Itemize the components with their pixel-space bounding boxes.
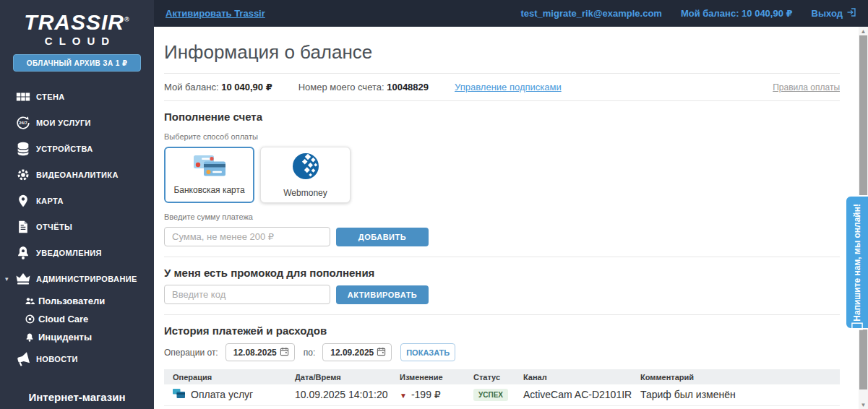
add-button[interactable]: ДОБАВИТЬ: [336, 228, 429, 246]
col-datetime: Дата/Время: [286, 369, 391, 384]
promo-row: АКТИВИРОВАТЬ: [164, 285, 840, 304]
col-comment: Комментарий: [632, 369, 840, 384]
date-to-input[interactable]: 12.09.2025: [322, 343, 392, 361]
table-row: Оплата услуг 10.09.2025 11:32:14 ▼-149 ₽…: [164, 405, 840, 409]
payment-operation-icon: [173, 389, 185, 400]
devices-icon: [14, 140, 32, 158]
topbar: Активировать Trassir test_migrate_rik@ex…: [154, 0, 868, 27]
sidebar-nav: СТЕНА 24/7 МОИ УСЛУГИ УСТРОЙСТВА ВИДЕОАН…: [0, 84, 154, 372]
sidebar-item-wall[interactable]: СТЕНА: [0, 84, 154, 110]
payment-method-webmoney[interactable]: Webmoney: [260, 147, 351, 203]
col-operation: Операция: [164, 369, 286, 384]
table-header-row: Операция Дата/Время Изменение Статус Кан…: [164, 369, 840, 384]
services-24-7-icon: 24/7: [14, 114, 32, 132]
map-pin-icon: [14, 192, 32, 210]
user-email: test_migrate_rik@example.com: [520, 8, 662, 19]
manage-subscriptions-link[interactable]: Управление подписками: [455, 82, 562, 92]
sidebar-item-video-analytics[interactable]: ВИДЕОАНАЛИТИКА: [0, 162, 154, 188]
activate-promo-button[interactable]: АКТИВИРОВАТЬ: [336, 285, 429, 304]
sidebar-item-notifications[interactable]: УВЕДОМЛЕНИЯ: [0, 240, 154, 266]
administration-submenu: Пользователи Cloud Care Инциденты: [0, 292, 154, 346]
reports-icon: [14, 218, 32, 236]
promo-heading: У меня есть промокод для пополнения: [164, 267, 840, 279]
chevron-down-icon: ▾: [5, 275, 9, 283]
internet-shop-link[interactable]: Интернет-магазин: [0, 391, 154, 403]
status-badge: УСПЕХ: [473, 389, 508, 401]
sidebar-item-reports[interactable]: ОТЧЁТЫ: [0, 214, 154, 240]
logout-icon: [846, 7, 856, 20]
cloud-care-icon: [24, 314, 35, 325]
webmoney-icon: [291, 152, 320, 184]
activate-trassir-link[interactable]: Активировать Trassir: [166, 8, 265, 19]
calendar-icon: [377, 347, 386, 358]
bank-cards-icon: [193, 155, 226, 181]
logo-subtext: CLOUD: [0, 35, 154, 47]
decrease-arrow-icon: ▼: [400, 392, 407, 400]
divider: [164, 100, 840, 101]
main-content: Информация о балансе Мой баланс: 10 040,…: [154, 27, 859, 409]
payment-method-label: Выберите способ оплаты: [164, 132, 840, 141]
chat-widget-label: Напишите нам, мы онлайн!: [852, 204, 862, 322]
sidebar: TRASSIR® CLOUD ОБЛАЧНЫЙ АРХИВ ЗА 1 ₽ СТЕ…: [0, 0, 154, 409]
topbar-right-group: test_migrate_rik@example.com Мой баланс:…: [520, 7, 856, 20]
payment-methods: Банковская карта: [164, 147, 840, 203]
video-analytics-icon: [14, 166, 32, 184]
col-status: Статус: [465, 369, 515, 384]
incident-bell-icon: [24, 332, 35, 343]
col-channel: Канал: [515, 369, 632, 384]
from-label: Операции от:: [164, 348, 218, 358]
my-balance: Мой баланс: 10 040,90 ₽: [164, 82, 272, 92]
cloud-archive-button[interactable]: ОБЛАЧНЫЙ АРХИВ ЗА 1 ₽: [13, 54, 141, 72]
show-button[interactable]: ПОКАЗАТЬ: [400, 343, 455, 361]
amount-row: ДОБАВИТЬ: [164, 227, 840, 246]
to-label: по:: [304, 348, 316, 358]
payment-method-bank-card[interactable]: Банковская карта: [164, 147, 254, 203]
sidebar-item-devices[interactable]: УСТРОЙСТВА: [0, 136, 154, 162]
amount-label: Введите сумму платежа: [164, 212, 840, 221]
history-filter-row: Операции от: 12.08.2025 по: 12.09.2025 П…: [164, 343, 840, 361]
video-wall-icon: [14, 88, 32, 106]
sidebar-item-map[interactable]: КАРТА: [0, 188, 154, 214]
table-row: Оплата услуг 10.09.2025 14:01:20 ▼-199 ₽…: [164, 384, 840, 405]
logo-text: TRASSIR®: [0, 9, 154, 33]
megaphone-icon: [14, 350, 32, 368]
svg-text:24/7: 24/7: [19, 121, 27, 125]
col-change: Изменение: [391, 369, 465, 384]
sidebar-item-cloud-care[interactable]: Cloud Care: [0, 310, 154, 328]
chat-widget-tab[interactable]: Напишите нам, мы онлайн!: [845, 195, 868, 330]
page-title: Информация о балансе: [164, 41, 840, 64]
divider: [164, 257, 840, 257]
amount-input[interactable]: [164, 227, 330, 246]
balance-summary-row: Мой баланс: 10 040,90 ₽ Номер моего счет…: [164, 74, 840, 100]
topup-heading: Пополнение счета: [164, 111, 840, 123]
users-icon: [24, 296, 35, 307]
scroll-up-arrow-icon[interactable]: ▲: [859, 27, 868, 35]
chat-bubble-icon: [851, 322, 864, 336]
notifications-bell-icon: [14, 244, 32, 262]
sidebar-item-administration[interactable]: ▾ АДМИНИСТРИРОВАНИЕ: [0, 266, 154, 292]
divider: [164, 314, 840, 315]
logout-button[interactable]: Выход: [812, 7, 856, 20]
topbar-balance: Мой баланс: 10 040,90 ₽: [681, 8, 793, 19]
payment-rules-link[interactable]: Правила оплаты: [773, 82, 840, 92]
sidebar-item-users[interactable]: Пользователи: [0, 292, 154, 310]
date-from-input[interactable]: 12.08.2025: [225, 343, 295, 361]
sidebar-item-incidents[interactable]: Инциденты: [0, 328, 154, 346]
history-heading: История платежей и расходов: [164, 324, 840, 337]
scroll-down-arrow-icon[interactable]: ▼: [859, 400, 868, 409]
account-number: Номер моего счета: 10048829: [298, 82, 429, 92]
calendar-icon: [280, 347, 289, 358]
sidebar-item-my-services[interactable]: 24/7 МОИ УСЛУГИ: [0, 110, 154, 136]
promo-code-input[interactable]: [164, 285, 330, 304]
history-table: Операция Дата/Время Изменение Статус Кан…: [164, 369, 840, 409]
trassir-cloud-logo: TRASSIR® CLOUD: [0, 0, 154, 47]
crown-icon: [14, 270, 32, 288]
sidebar-item-news[interactable]: НОВОСТИ: [0, 346, 154, 372]
